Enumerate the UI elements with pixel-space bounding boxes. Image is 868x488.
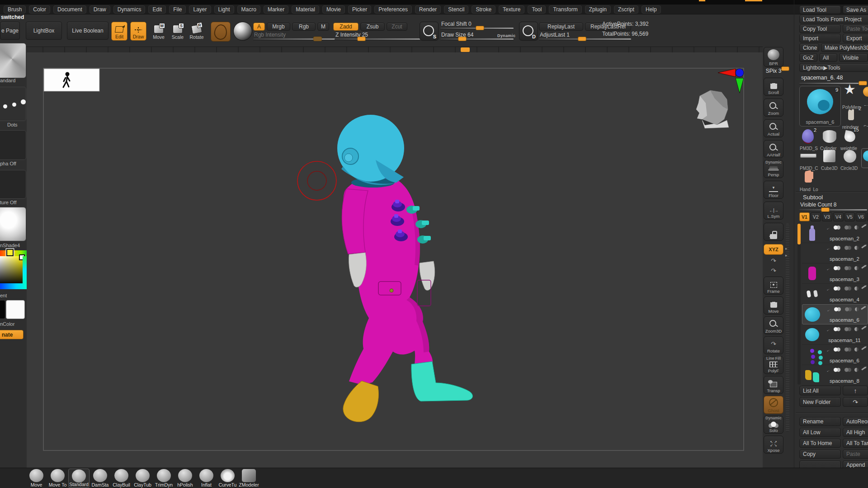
menu-item[interactable]: Marker <box>264 5 288 14</box>
rail-button[interactable]: Line Fill PolyF <box>764 356 783 374</box>
paste-tool-button[interactable]: Paste Tool <box>843 24 868 33</box>
tool-item-cube3d[interactable]: Cube3D <box>820 149 840 167</box>
tool-item-weightle[interactable]: 15 weightle <box>840 129 860 147</box>
subtool-redo-button[interactable]: ↷ <box>843 397 868 407</box>
all-low-button[interactable]: All Low <box>799 428 841 437</box>
polypaint-toggle-icon[interactable]: ← <box>825 265 831 272</box>
halftone-icon[interactable] <box>854 368 859 372</box>
z-intensity-slider[interactable]: Z Intensity 25 <box>335 33 425 40</box>
replay-icon[interactable] <box>519 22 538 41</box>
polypaint-toggle-icon[interactable]: ← <box>825 306 831 313</box>
astronaut-model[interactable] <box>337 115 472 422</box>
menu-item[interactable]: Transform <box>549 5 581 14</box>
figure-thumbnail[interactable] <box>44 69 99 91</box>
subtool-brush-icon[interactable] <box>861 346 866 350</box>
rail-button[interactable]: Ghost <box>764 396 783 414</box>
subtool-item[interactable]: ← spaceman_2 <box>802 243 868 263</box>
shaded-icon[interactable] <box>845 307 849 311</box>
visibility-icon[interactable] <box>834 347 838 352</box>
edit-button[interactable]: Edit <box>111 22 127 41</box>
subtool-item[interactable]: ← spaceman_11 <box>802 324 868 345</box>
save-as-button[interactable]: Save As <box>843 5 868 14</box>
import-button[interactable]: Import <box>799 34 841 42</box>
shelf-brush[interactable]: ClayTub <box>132 469 153 488</box>
m-button[interactable]: M <box>317 23 329 31</box>
paste-button[interactable]: Paste <box>843 450 868 459</box>
shelf-brush[interactable]: Inflat <box>196 469 217 488</box>
tool-slider[interactable] <box>799 78 867 84</box>
lightbox-button[interactable]: LightBox <box>26 22 62 40</box>
menu-item[interactable]: Tool <box>528 5 546 14</box>
rgb-intensity-slider[interactable]: Rgb Intensity <box>253 33 339 40</box>
halftone-icon[interactable] <box>855 307 859 311</box>
shaded-icon[interactable] <box>844 225 849 230</box>
subtool-brush-icon[interactable] <box>861 285 866 289</box>
all-high-button[interactable]: All High <box>843 428 868 437</box>
shaded-icon[interactable] <box>844 347 849 352</box>
shelf-brush[interactable]: DamSta <box>90 469 111 488</box>
shelf-brush[interactable]: TrimDyn <box>153 469 175 488</box>
subtool-up-button[interactable]: ↑ <box>843 386 868 395</box>
goz-button[interactable]: GoZ <box>799 53 817 62</box>
move-button[interactable]: M Move <box>151 22 166 41</box>
polypaint-toggle-icon[interactable]: ← <box>825 347 831 353</box>
shaded-icon[interactable] <box>844 327 849 331</box>
visibility-icon[interactable] <box>834 266 838 270</box>
load-tools-from-project-button[interactable]: Load Tools From Project <box>799 15 868 23</box>
rail-button[interactable]: Move <box>764 296 783 314</box>
menu-item[interactable]: Preferences <box>374 5 412 14</box>
rail-button[interactable]: Actual <box>764 119 783 137</box>
axis-x-arrow[interactable] <box>718 69 736 77</box>
subtool-tab[interactable]: V4 <box>833 212 844 221</box>
secondary-color-swatch[interactable] <box>0 300 5 319</box>
polypaint-toggle-icon[interactable]: ← <box>825 286 831 292</box>
axis-z-dot[interactable] <box>736 69 744 77</box>
menu-item[interactable]: Texture <box>499 5 524 14</box>
rail-button[interactable]: Frame <box>764 277 783 295</box>
rail-button[interactable]: L.Sym <box>764 202 783 220</box>
rail-scroll-arrow[interactable]: ▸ <box>785 246 788 251</box>
tool-item-circle3d[interactable]: Circle3D <box>840 149 860 167</box>
menu-item[interactable]: Picker <box>348 5 371 14</box>
menu-item[interactable]: Color <box>29 5 50 14</box>
copy-tool-button[interactable]: Copy Tool <box>799 24 841 33</box>
replay-last-button[interactable]: ReplayLast <box>539 23 583 31</box>
rail-button[interactable]: Rotate <box>764 336 783 354</box>
alpha-thumbnail[interactable] <box>0 130 26 160</box>
subtool-item[interactable]: ← spaceman_2 <box>802 223 868 243</box>
subtool-brush-icon[interactable] <box>861 306 866 310</box>
halftone-icon[interactable] <box>854 266 859 270</box>
subtool-tab[interactable]: V3 <box>822 212 832 221</box>
list-all-button[interactable]: List All <box>799 386 841 395</box>
menu-item[interactable]: Dynamics <box>113 5 146 14</box>
material-thumbnail[interactable] <box>0 207 26 241</box>
rename-button[interactable]: Rename <box>799 417 841 426</box>
subtool-brush-icon[interactable] <box>861 244 866 249</box>
rail-button[interactable]: Dynamic Solo <box>764 416 783 434</box>
rail-button[interactable]: Floor <box>764 181 783 199</box>
visible-count-slider[interactable]: Visible Count 8 <box>799 202 867 211</box>
rail-button[interactable]: XYZ <box>764 244 783 255</box>
shelf-brush[interactable]: Move <box>26 469 47 488</box>
subtool-tab[interactable]: V2 <box>811 212 821 221</box>
shaded-icon[interactable] <box>844 368 849 372</box>
zcut-button[interactable]: Zcut <box>387 23 407 31</box>
polypaint-toggle-icon[interactable]: ← <box>825 225 831 231</box>
subtool-item[interactable]: ← spaceman_6 <box>802 304 868 324</box>
rail-button[interactable]: Zoom <box>764 99 783 117</box>
rail-button[interactable] <box>764 266 783 276</box>
tool-item-polymesh[interactable]: ★ PolyMes <box>842 86 863 106</box>
halftone-icon[interactable] <box>854 327 859 331</box>
shelf-brush[interactable]: ZModeler <box>238 469 259 488</box>
tool-item-reindeer[interactable]: 2 reindeer <box>842 108 863 127</box>
live-boolean-button[interactable]: Live Boolean <box>67 22 108 40</box>
subtool-item[interactable]: ← spaceman_4 <box>802 284 868 304</box>
subtool-item[interactable]: ← spaceman_3 <box>802 263 868 284</box>
visibility-icon[interactable] <box>834 368 838 372</box>
menu-item[interactable]: Brush <box>4 5 26 14</box>
clone-button[interactable]: Clone <box>799 43 819 52</box>
subtool-tab[interactable]: V1 <box>799 212 810 221</box>
current-material-swatch[interactable] <box>211 22 231 42</box>
polypaint-toggle-icon[interactable]: ← <box>825 326 831 333</box>
tool-item-partial-si[interactable]: Si <box>863 86 868 106</box>
